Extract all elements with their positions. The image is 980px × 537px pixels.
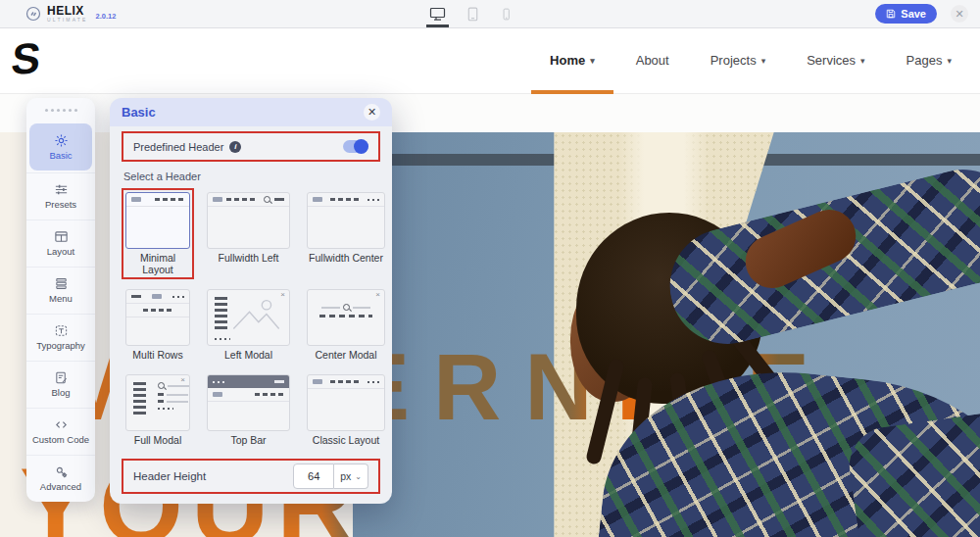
close-icon: ×: [375, 291, 380, 299]
nav-item-pages[interactable]: Pages ▾: [886, 27, 972, 93]
helix-logo-icon: [25, 6, 41, 22]
menu-rows-icon: [54, 276, 69, 291]
header-option-fullwidth-left[interactable]: Fullwidth Left: [203, 188, 294, 279]
gear-icon: [54, 133, 69, 148]
save-label: Save: [901, 8, 926, 20]
chevron-down-icon: ▾: [761, 56, 766, 66]
device-switcher: [429, 0, 513, 27]
chevron-down-icon: ▾: [860, 56, 865, 66]
nav-item-home[interactable]: Home ▾: [529, 27, 615, 93]
nav-item-projects[interactable]: Projects ▾: [690, 27, 787, 93]
thumb-full-modal: ×: [125, 374, 190, 431]
sliders-icon: [54, 182, 69, 197]
header-height-label: Header Height: [133, 470, 206, 482]
predefined-header-row: Predefined Header i: [122, 131, 380, 162]
thumb-minimal: [125, 192, 190, 249]
thumb-classic-layout: [307, 374, 385, 431]
nav-item-services[interactable]: Services ▾: [786, 27, 885, 93]
site-header: S Home ▾ About Projects ▾ Services ▾ Pag…: [0, 27, 980, 94]
drag-handle-icon[interactable]: [26, 98, 95, 122]
device-desktop-button[interactable]: [429, 0, 446, 27]
sidebar-item-layout[interactable]: Layout: [26, 220, 95, 267]
thumb-fullwidth-left: [207, 192, 290, 249]
builder-sidebar: Basic Presets Layout Menu Typography Blo…: [26, 98, 95, 502]
header-option-left-modal[interactable]: × Left Modal: [203, 285, 294, 365]
layout-icon: [54, 229, 69, 244]
thumb-center-modal: ×: [307, 289, 385, 346]
header-height-unit-select[interactable]: px ⌄: [334, 464, 368, 489]
header-option-full-modal[interactable]: × Full Modal: [122, 370, 194, 450]
chevron-down-icon: ▾: [947, 56, 952, 66]
device-tablet-button[interactable]: [466, 0, 480, 27]
header-option-top-bar[interactable]: Top Bar: [203, 370, 294, 450]
panel-title: Basic: [122, 105, 156, 120]
brand-name: HELIX: [47, 5, 88, 17]
predefined-header-toggle[interactable]: [343, 140, 368, 153]
save-icon: [886, 9, 896, 19]
builder-topbar: HELIX ULTIMATE 2.0.12 Save ✕: [0, 0, 980, 28]
header-option-fullwidth-center[interactable]: Fullwidth Center: [303, 188, 389, 279]
sidebar-item-blog[interactable]: Blog: [26, 361, 95, 408]
header-option-classic-layout[interactable]: Classic Layout: [303, 370, 389, 450]
close-icon: ×: [280, 291, 285, 299]
nav-item-about[interactable]: About: [615, 27, 690, 93]
thumb-fullwidth-center: [307, 192, 385, 249]
blog-page-icon: [54, 370, 69, 385]
predefined-header-label: Predefined Header: [133, 141, 223, 153]
sidebar-item-custom-code[interactable]: Custom Code: [26, 408, 95, 455]
thumb-multi-rows: [125, 289, 190, 346]
select-header-label: Select a Header: [123, 171, 378, 182]
basic-settings-panel: Basic ✕ Predefined Header i Select a Hea…: [110, 98, 392, 504]
search-icon: [343, 304, 350, 311]
search-icon: [158, 382, 165, 389]
close-icon[interactable]: ✕: [364, 104, 380, 121]
chevron-down-icon: ⌄: [355, 472, 362, 481]
sidebar-item-basic[interactable]: Basic: [29, 123, 92, 171]
helix-brand: HELIX ULTIMATE 2.0.12: [25, 5, 116, 23]
search-icon: [264, 196, 270, 203]
tools-icon: [54, 464, 69, 479]
header-height-row: Header Height px ⌄: [122, 459, 380, 494]
helix-builder-window: S Home ▾ About Projects ▾ Services ▾ Pag…: [0, 0, 980, 537]
panel-header: Basic ✕: [110, 98, 392, 126]
brand-subtitle: ULTIMATE: [47, 18, 88, 23]
header-option-multi-rows[interactable]: Multi Rows: [122, 285, 194, 365]
image-placeholder-icon: [231, 296, 281, 332]
header-layout-grid: Minimal Layout Fullwidth Left Fullwidth …: [122, 188, 380, 450]
header-height-input[interactable]: [293, 464, 334, 489]
close-icon: ×: [180, 376, 185, 384]
thumb-top-bar: [207, 374, 290, 431]
close-builder-icon[interactable]: ✕: [951, 5, 968, 23]
site-nav: Home ▾ About Projects ▾ Services ▾ Pages…: [529, 27, 972, 93]
sidebar-item-menu[interactable]: Menu: [26, 267, 95, 314]
chevron-down-icon: ▾: [590, 56, 595, 66]
sidebar-item-typography[interactable]: Typography: [26, 314, 95, 361]
header-option-center-modal[interactable]: × Center Modal: [303, 285, 389, 365]
sidebar-item-advanced[interactable]: Advanced: [26, 455, 95, 502]
site-logo[interactable]: S: [10, 37, 43, 81]
save-button[interactable]: Save: [875, 4, 937, 24]
device-mobile-button[interactable]: [500, 0, 513, 27]
brand-version: 2.0.12: [96, 12, 117, 21]
code-icon: [54, 417, 69, 432]
sidebar-item-presets[interactable]: Presets: [26, 172, 95, 220]
header-option-minimal-layout[interactable]: Minimal Layout: [122, 188, 194, 279]
thumb-left-modal: ×: [207, 289, 290, 346]
info-icon[interactable]: i: [229, 141, 241, 153]
typography-icon: [54, 323, 69, 338]
